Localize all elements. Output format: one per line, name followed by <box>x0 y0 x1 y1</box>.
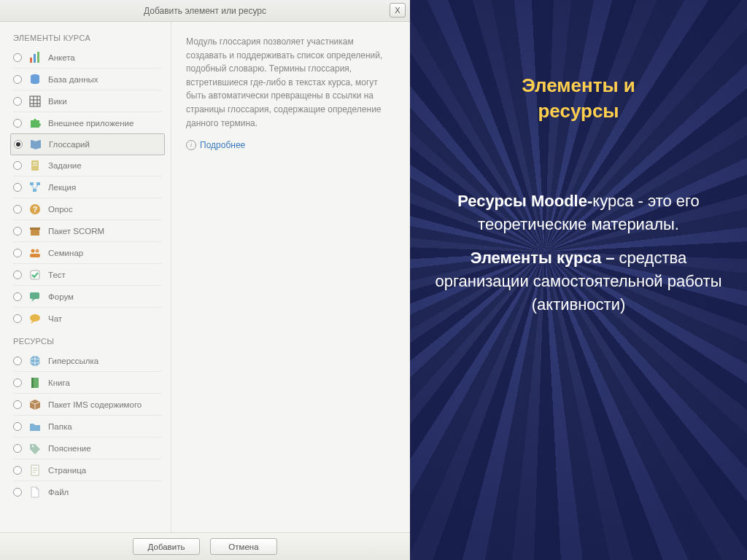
slide-paragraph-2: Элементы курса – средства организации са… <box>429 246 728 316</box>
radio-task[interactable] <box>13 161 22 170</box>
package-icon <box>28 397 42 412</box>
slide-body: Ресурсы Moodle-курса - это его теоретиче… <box>429 190 728 326</box>
radio-scorm[interactable] <box>13 227 22 236</box>
activity-item-wiki[interactable]: Вики <box>13 90 162 112</box>
puzzle-icon <box>28 116 42 131</box>
flow-icon <box>28 180 42 195</box>
svg-rect-0 <box>30 58 32 63</box>
activity-item-label: Глоссарий <box>49 140 90 149</box>
radio-chat[interactable] <box>13 314 22 323</box>
activity-item-label: Анкета <box>48 53 75 62</box>
add-button[interactable]: Добавить <box>133 538 200 555</box>
activity-item-seminar[interactable]: Семинар <box>13 242 162 264</box>
radio-file[interactable] <box>13 488 22 497</box>
activity-item-label: Гиперссылка <box>48 357 98 365</box>
activity-item-label: Пакет IMS содержимого <box>48 400 142 409</box>
close-button[interactable]: X <box>390 3 406 18</box>
activity-item-external[interactable]: Внешнее приложение <box>13 112 162 134</box>
activity-item-label: Внешнее приложение <box>48 119 133 128</box>
activity-item-label: Страница <box>48 466 86 475</box>
book-open-icon <box>28 137 43 152</box>
svg-rect-21 <box>31 229 39 236</box>
radio-page[interactable] <box>13 466 22 475</box>
activity-item-test[interactable]: Тест <box>13 264 162 286</box>
tag-icon <box>28 441 42 456</box>
slide-title-line2: ресурсы <box>538 100 619 122</box>
activity-item-label: Опрос <box>48 205 73 214</box>
activity-item-label: Файл <box>48 488 69 497</box>
info-icon: i <box>186 140 196 150</box>
activity-item-ims[interactable]: Пакет IMS содержимого <box>13 394 162 416</box>
svg-point-23 <box>31 249 35 252</box>
activity-item-book[interactable]: Книга <box>13 372 162 394</box>
radio-folder[interactable] <box>13 422 22 431</box>
radio-glossary[interactable] <box>14 140 23 149</box>
file-icon <box>28 485 42 499</box>
radio-survey[interactable] <box>13 205 22 214</box>
svg-rect-15 <box>36 182 40 185</box>
activity-item-label: Папка <box>48 422 72 431</box>
document-icon <box>28 158 42 173</box>
activity-item-label[interactable]: Пояснение <box>13 438 162 459</box>
radio-lecture[interactable] <box>13 183 22 192</box>
slide-title-line1: Элементы и <box>522 74 635 96</box>
svg-rect-27 <box>30 292 39 299</box>
radio-ims[interactable] <box>13 400 22 409</box>
more-link[interactable]: i Подробнее <box>186 139 395 152</box>
slide-paragraph-1: Ресурсы Moodle-курса - это его теоретиче… <box>429 190 728 236</box>
more-link-label: Подробнее <box>200 139 245 152</box>
svg-point-5 <box>31 80 39 83</box>
grid-icon <box>28 94 42 109</box>
section-title-resources: РЕСУРСЫ <box>13 337 162 346</box>
activity-item-lecture[interactable]: Лекция <box>13 176 162 198</box>
svg-rect-12 <box>33 163 37 163</box>
section-title-elements: ЭЛЕМЕНТЫ КУРСА <box>13 34 162 42</box>
activity-item-baza[interactable]: База данных <box>13 69 162 90</box>
svg-point-34 <box>32 445 34 446</box>
activity-item-page[interactable]: Страница <box>13 459 162 481</box>
database-icon <box>28 72 42 87</box>
radio-link[interactable] <box>13 357 22 365</box>
radio-external[interactable] <box>13 119 22 128</box>
presentation-slide: Элементы и ресурсы Ресурсы Moodle-курса … <box>410 0 747 560</box>
radio-seminar[interactable] <box>13 249 22 257</box>
box-icon <box>28 224 42 238</box>
folder-icon <box>28 419 42 434</box>
dialog-footer: Добавить Отмена <box>0 532 410 560</box>
slide-title: Элементы и ресурсы <box>522 73 635 124</box>
radio-book[interactable] <box>13 378 22 387</box>
activity-item-label: Вики <box>48 97 67 106</box>
radio-forum[interactable] <box>13 292 22 301</box>
radio-test[interactable] <box>13 271 22 279</box>
activity-item-file[interactable]: Файл <box>13 481 162 503</box>
check-icon <box>28 268 42 282</box>
activity-item-task[interactable]: Задание <box>13 155 162 176</box>
activity-item-chat[interactable]: Чат <box>13 308 162 330</box>
add-activity-dialog: Добавить элемент или ресурс X ЭЛЕМЕНТЫ К… <box>0 0 410 560</box>
activity-item-label: Книга <box>48 378 70 387</box>
close-icon: X <box>395 6 400 15</box>
svg-line-17 <box>31 185 34 189</box>
svg-rect-2 <box>37 52 39 63</box>
cancel-button[interactable]: Отмена <box>210 538 277 555</box>
activity-item-glossary[interactable]: Глоссарий <box>10 133 165 155</box>
radio-baza[interactable] <box>13 75 22 84</box>
svg-line-18 <box>35 185 38 189</box>
svg-point-28 <box>30 314 40 322</box>
activity-item-forum[interactable]: Форум <box>13 286 162 308</box>
activity-item-link[interactable]: Гиперссылка <box>13 350 162 372</box>
activity-item-folder[interactable]: Папка <box>13 416 162 438</box>
activity-item-anketa[interactable]: Анкета <box>13 47 162 69</box>
activity-description: Модуль глоссария позволяет участникам со… <box>186 35 395 130</box>
radio-wiki[interactable] <box>13 97 22 106</box>
chat-icon <box>28 311 42 326</box>
activity-list-panel: ЭЛЕМЕНТЫ КУРСА АнкетаБаза данныхВикиВнеш… <box>0 22 171 532</box>
activity-item-scorm[interactable]: Пакет SCORM <box>13 220 162 242</box>
svg-text:?: ? <box>33 205 38 214</box>
radio-label[interactable] <box>13 444 22 453</box>
svg-point-24 <box>36 249 39 252</box>
slide-p1-bold: Ресурсы Moodle- <box>457 192 592 210</box>
svg-rect-14 <box>30 182 34 185</box>
radio-anketa[interactable] <box>13 53 22 62</box>
activity-item-survey[interactable]: ?Опрос <box>13 198 162 220</box>
